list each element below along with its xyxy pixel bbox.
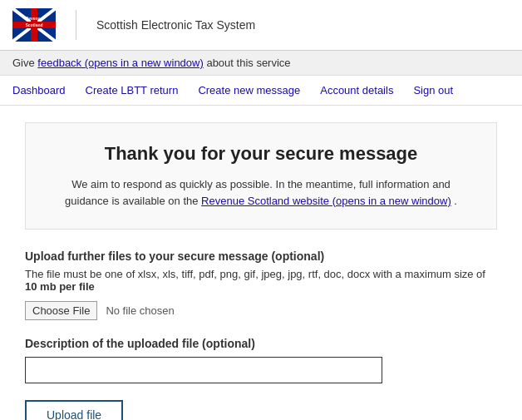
system-title: Scottish Electronic Tax System [96,18,255,32]
no-file-label: No file chosen [106,304,174,317]
nav-create-lbtt[interactable]: Create LBTT return [86,84,179,96]
thankyou-title: Thank you for your secure message [51,143,471,165]
main-nav: Dashboard Create LBTT return Create new … [0,76,522,106]
choose-file-button[interactable]: Choose File [25,301,97,320]
page-header: Revenue Scotland Scottish Electronic Tax… [0,0,522,51]
feedback-suffix: about this service [204,57,291,69]
file-input-row: Choose File No file chosen [25,301,497,320]
nav-create-message[interactable]: Create new message [198,84,300,96]
revenue-scotland-logo: Revenue Scotland [12,8,56,42]
description-section: Description of the uploaded file (option… [25,337,497,383]
logo-area: Revenue Scotland Scottish Electronic Tax… [12,8,255,42]
feedback-prefix: Give [12,57,37,69]
nav-dashboard[interactable]: Dashboard [12,84,66,96]
description-input[interactable] [25,357,382,383]
header-divider [76,10,76,40]
upload-section: Upload further files to your secure mess… [25,250,497,320]
feedback-link[interactable]: feedback (opens in a new window) [37,57,203,69]
nav-sign-out[interactable]: Sign out [413,84,453,96]
svg-text:Revenue: Revenue [26,16,43,21]
revenue-scotland-link[interactable]: Revenue Scotland website (opens in a new… [201,195,451,207]
upload-file-button[interactable]: Upload file [25,400,123,420]
thankyou-box: Thank you for your secure message We aim… [25,122,497,230]
upload-hint-prefix: The file must be one of xlsx, xls, tiff,… [25,268,485,280]
svg-text:Scotland: Scotland [25,22,42,27]
upload-hint: The file must be one of xlsx, xls, tiff,… [25,268,497,293]
feedback-bar: Give feedback (opens in a new window) ab… [0,51,522,76]
upload-hint-bold: 10 mb per file [25,280,95,293]
description-label: Description of the uploaded file (option… [25,337,497,350]
upload-title: Upload further files to your secure mess… [25,250,497,263]
thankyou-body: We aim to respond as quickly as possible… [51,176,471,209]
upload-btn-container: Upload file [25,400,497,420]
thankyou-body-suffix: . [451,195,457,207]
main-content: Thank you for your secure message We aim… [0,106,522,420]
nav-account-details[interactable]: Account details [320,84,393,96]
